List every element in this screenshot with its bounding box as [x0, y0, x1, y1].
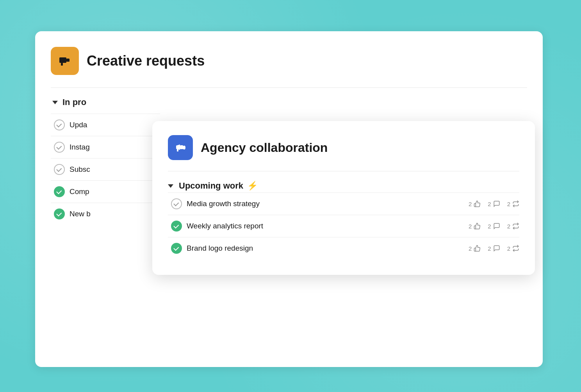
lightning-icon: ⚡	[247, 181, 258, 191]
svg-rect-5	[177, 149, 178, 151]
task-name: Weekly analytics report	[187, 222, 464, 230]
main-divider	[51, 87, 527, 88]
task-check-circle[interactable]	[171, 198, 182, 209]
likes-count: 2	[469, 245, 472, 252]
likes-count: 2	[469, 201, 472, 207]
upcoming-work-title: Upcoming work	[179, 181, 243, 191]
left-panel: In pro Upda Instag Subsc Comp New b	[51, 97, 160, 225]
subtasks-count: 2	[507, 201, 510, 207]
task-check-circle[interactable]	[171, 221, 182, 232]
subtask-icon	[512, 245, 519, 252]
thumbs-up-icon	[474, 223, 481, 230]
upcoming-work-section-header: Upcoming work ⚡	[168, 181, 519, 191]
list-item[interactable]: Upda	[51, 114, 160, 136]
task-check-circle[interactable]	[54, 142, 65, 153]
task-check-circle[interactable]	[54, 119, 65, 130]
task-check-circle[interactable]	[54, 164, 65, 175]
chevron-down-icon	[168, 184, 173, 188]
subtasks-meta: 2	[507, 200, 519, 207]
section-title: In pro	[62, 97, 86, 107]
list-item[interactable]: Weekly analytics report 2 2	[168, 215, 519, 237]
creative-requests-icon	[51, 47, 79, 75]
comments-meta: 2	[488, 200, 500, 207]
main-header: Creative requests	[51, 47, 527, 75]
comment-icon	[493, 245, 500, 252]
task-name: Upda	[70, 121, 160, 129]
likes-meta: 2	[469, 223, 481, 230]
task-check-circle[interactable]	[171, 243, 182, 254]
subtasks-meta: 2	[507, 223, 519, 230]
in-progress-section-header: In pro	[51, 97, 160, 107]
page-title: Creative requests	[87, 53, 205, 69]
popup-header: Agency collaboration	[168, 135, 519, 160]
main-card: Creative requests In pro Upda Instag Sub…	[35, 31, 543, 367]
comments-meta: 2	[488, 245, 500, 252]
subtasks-count: 2	[507, 223, 510, 230]
svg-rect-2	[61, 63, 63, 66]
subtasks-count: 2	[507, 245, 510, 252]
task-check-circle[interactable]	[54, 186, 65, 197]
task-name: New b	[70, 210, 160, 218]
list-item[interactable]: Subsc	[51, 158, 160, 180]
likes-meta: 2	[469, 245, 481, 252]
task-name: Brand logo redesign	[187, 244, 464, 253]
subtask-icon	[512, 223, 519, 230]
list-item[interactable]: Comp	[51, 180, 160, 203]
list-item[interactable]: Brand logo redesign 2 2	[168, 237, 519, 259]
svg-rect-3	[59, 60, 61, 61]
popup-title: Agency collaboration	[201, 141, 328, 155]
likes-meta: 2	[469, 200, 481, 207]
svg-rect-1	[66, 59, 70, 62]
list-item[interactable]: New b	[51, 203, 160, 225]
task-check-circle[interactable]	[54, 208, 65, 219]
svg-rect-4	[180, 145, 183, 149]
subtasks-meta: 2	[507, 245, 519, 252]
chevron-down-icon	[52, 101, 58, 104]
comment-icon	[493, 223, 500, 230]
task-name: Subsc	[70, 165, 160, 174]
task-name: Comp	[70, 187, 160, 196]
comments-count: 2	[488, 223, 491, 230]
comments-count: 2	[488, 245, 491, 252]
agency-collaboration-popup: Agency collaboration Upcoming work ⚡ Med…	[152, 121, 535, 275]
task-meta: 2 2 2	[469, 223, 519, 230]
upcoming-work-task-list: Media growth strategy 2 2	[168, 192, 519, 259]
likes-count: 2	[469, 223, 472, 230]
task-meta: 2 2 2	[469, 200, 519, 207]
thumbs-up-icon	[474, 200, 481, 207]
popup-divider	[168, 171, 519, 171]
comment-icon	[493, 200, 500, 207]
task-name: Instag	[70, 143, 160, 151]
task-name: Media growth strategy	[187, 200, 464, 208]
thumbs-up-icon	[474, 245, 481, 252]
comments-meta: 2	[488, 223, 500, 230]
subtask-icon	[512, 200, 519, 207]
task-meta: 2 2 2	[469, 245, 519, 252]
comments-count: 2	[488, 201, 491, 207]
agency-collaboration-icon	[168, 135, 193, 160]
list-item[interactable]: Instag	[51, 136, 160, 158]
left-task-list: Upda Instag Subsc Comp New b	[51, 114, 160, 225]
list-item[interactable]: Media growth strategy 2 2	[168, 192, 519, 215]
